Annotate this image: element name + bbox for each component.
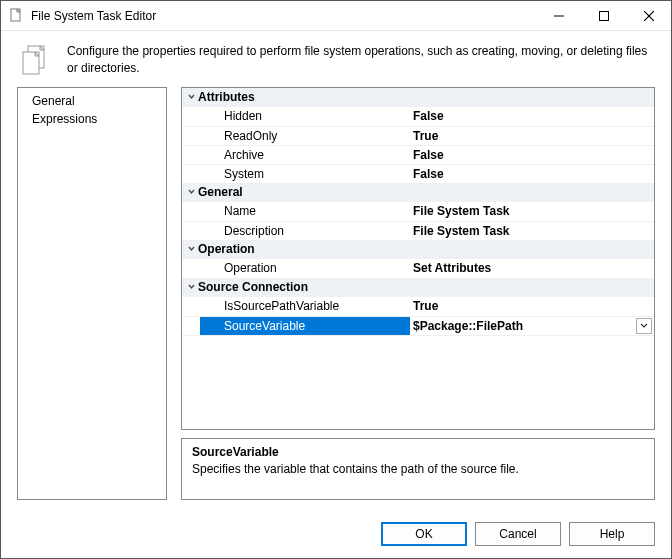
body: General Expressions AttributesHiddenFals…: [1, 87, 671, 510]
property-group-label: General: [198, 185, 243, 199]
property-value[interactable]: True: [410, 297, 654, 316]
sidebar-item-general[interactable]: General: [18, 92, 166, 110]
property-name: Name: [200, 202, 410, 221]
property-value[interactable]: False: [410, 107, 654, 126]
property-group-header[interactable]: Operation: [182, 240, 654, 259]
help-button-label: Help: [600, 527, 625, 541]
property-row-gutter: [182, 221, 200, 240]
property-row[interactable]: SourceVariable$Package::FilePath: [182, 316, 654, 335]
right-column: AttributesHiddenFalseReadOnlyTrueArchive…: [181, 87, 655, 500]
property-name: ReadOnly: [200, 126, 410, 145]
property-value[interactable]: False: [410, 145, 654, 164]
help-pane-title: SourceVariable: [192, 445, 644, 459]
property-row-gutter: [182, 126, 200, 145]
property-grid[interactable]: AttributesHiddenFalseReadOnlyTrueArchive…: [181, 87, 655, 430]
property-name: SourceVariable: [200, 316, 410, 335]
close-button[interactable]: [626, 1, 671, 30]
chevron-down-icon: [184, 242, 198, 256]
property-row[interactable]: NameFile System Task: [182, 202, 654, 221]
property-row-gutter: [182, 202, 200, 221]
window-title: File System Task Editor: [31, 9, 536, 23]
window: File System Task Editor Configure the pr…: [0, 0, 672, 559]
property-row[interactable]: DescriptionFile System Task: [182, 221, 654, 240]
property-row-gutter: [182, 107, 200, 126]
property-row-gutter: [182, 145, 200, 164]
property-value[interactable]: Set Attributes: [410, 259, 654, 278]
property-group-label: Operation: [198, 242, 255, 256]
task-icon: [19, 43, 53, 77]
property-value[interactable]: File System Task: [410, 202, 654, 221]
window-buttons: [536, 1, 671, 30]
property-row[interactable]: IsSourcePathVariableTrue: [182, 297, 654, 316]
chevron-down-icon: [184, 280, 198, 294]
property-row[interactable]: HiddenFalse: [182, 107, 654, 126]
property-name: System: [200, 164, 410, 183]
sidebar: General Expressions: [17, 87, 167, 500]
ok-button[interactable]: OK: [381, 522, 467, 546]
sidebar-item-label: General: [32, 94, 75, 108]
property-row-gutter: [182, 259, 200, 278]
property-value[interactable]: $Package::FilePath: [410, 316, 654, 335]
footer: OK Cancel Help: [1, 510, 671, 558]
property-row-gutter: [182, 316, 200, 335]
help-pane-description: Specifies the variable that contains the…: [192, 462, 644, 476]
property-row[interactable]: ArchiveFalse: [182, 145, 654, 164]
property-value[interactable]: File System Task: [410, 221, 654, 240]
chevron-down-icon: [184, 185, 198, 199]
app-icon: [9, 8, 25, 24]
property-group-header[interactable]: Attributes: [182, 88, 654, 107]
property-name: Archive: [200, 145, 410, 164]
property-value[interactable]: False: [410, 164, 654, 183]
property-row[interactable]: SystemFalse: [182, 164, 654, 183]
cancel-button[interactable]: Cancel: [475, 522, 561, 546]
property-group-header[interactable]: Source Connection: [182, 278, 654, 297]
property-name: IsSourcePathVariable: [200, 297, 410, 316]
chevron-down-icon: [184, 90, 198, 104]
cancel-button-label: Cancel: [499, 527, 536, 541]
titlebar: File System Task Editor: [1, 1, 671, 31]
property-row-gutter: [182, 297, 200, 316]
property-row-gutter: [182, 164, 200, 183]
property-row[interactable]: OperationSet Attributes: [182, 259, 654, 278]
property-name: Operation: [200, 259, 410, 278]
ok-button-label: OK: [415, 527, 432, 541]
property-value[interactable]: True: [410, 126, 654, 145]
property-row[interactable]: ReadOnlyTrue: [182, 126, 654, 145]
property-group-header[interactable]: General: [182, 183, 654, 202]
sidebar-item-expressions[interactable]: Expressions: [18, 110, 166, 128]
header-description: Configure the properties required to per…: [67, 43, 653, 77]
sidebar-item-label: Expressions: [32, 112, 97, 126]
property-group-label: Attributes: [198, 90, 255, 104]
help-pane: SourceVariable Specifies the variable th…: [181, 438, 655, 500]
svg-rect-2: [599, 11, 608, 20]
property-group-label: Source Connection: [198, 280, 308, 294]
minimize-button[interactable]: [536, 1, 581, 30]
header: Configure the properties required to per…: [1, 31, 671, 87]
maximize-button[interactable]: [581, 1, 626, 30]
property-name: Description: [200, 221, 410, 240]
dropdown-button[interactable]: [636, 318, 652, 334]
help-button[interactable]: Help: [569, 522, 655, 546]
property-name: Hidden: [200, 107, 410, 126]
